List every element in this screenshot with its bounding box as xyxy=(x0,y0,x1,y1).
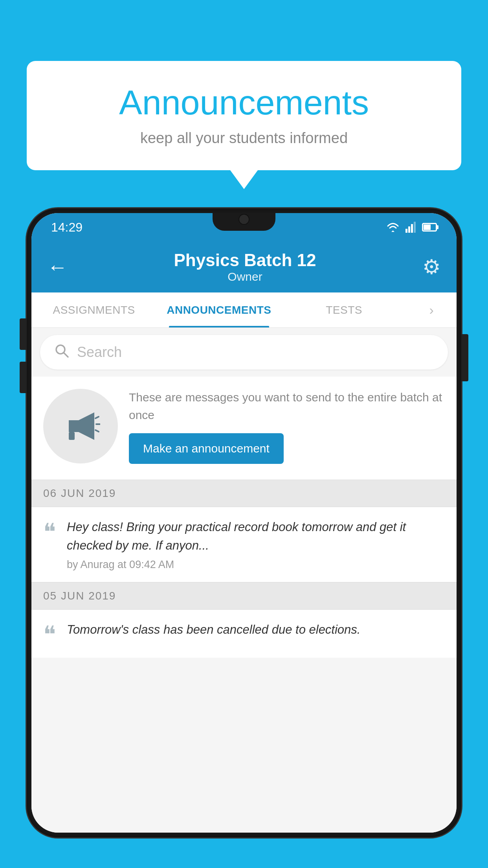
megaphone-icon xyxy=(61,406,100,446)
app-header: ← Physics Batch 12 Owner ⚙ xyxy=(31,241,457,292)
batch-title: Physics Batch 12 xyxy=(174,250,316,270)
tab-tests[interactable]: TESTS xyxy=(281,292,406,327)
battery-icon xyxy=(422,223,437,232)
status-time: 14:29 xyxy=(51,220,83,235)
search-icon xyxy=(54,343,69,362)
svg-rect-2 xyxy=(411,224,413,233)
header-center: Physics Batch 12 Owner xyxy=(174,250,316,283)
volume-down-button[interactable] xyxy=(20,362,27,393)
wifi-icon xyxy=(386,222,400,233)
svg-rect-3 xyxy=(414,222,416,233)
signal-icon xyxy=(405,222,416,233)
hero-title: Announcements xyxy=(50,83,438,123)
settings-icon[interactable]: ⚙ xyxy=(422,255,441,279)
tab-announcements[interactable]: ANNOUNCEMENTS xyxy=(156,292,281,327)
search-placeholder: Search xyxy=(77,344,122,360)
power-button[interactable] xyxy=(461,334,468,381)
announcement-content-1: Hey class! Bring your practical record b… xyxy=(67,518,445,571)
date-separator-2: 05 JUN 2019 xyxy=(31,582,457,610)
svg-line-9 xyxy=(95,417,99,418)
search-bar[interactable]: Search xyxy=(40,335,448,370)
quote-icon-1: ❝ xyxy=(43,520,56,544)
svg-marker-6 xyxy=(69,420,79,432)
promo-card: These are messages you want to send to t… xyxy=(31,377,457,480)
status-icons xyxy=(386,222,437,233)
screen-content: Search xyxy=(31,328,457,833)
promo-content: These are messages you want to send to t… xyxy=(129,388,445,464)
announcement-meta-1: by Anurag at 09:42 AM xyxy=(67,559,445,571)
tab-assignments[interactable]: ASSIGNMENTS xyxy=(31,292,156,327)
phone-camera xyxy=(238,214,250,225)
svg-marker-7 xyxy=(79,412,94,440)
announcement-content-2: Tomorrow's class has been cancelled due … xyxy=(67,621,445,643)
promo-description: These are messages you want to send to t… xyxy=(129,388,445,424)
date-separator-1: 06 JUN 2019 xyxy=(31,480,457,507)
promo-icon-circle xyxy=(43,389,118,463)
svg-line-11 xyxy=(95,430,99,432)
make-announcement-button[interactable]: Make an announcement xyxy=(129,433,284,464)
announcement-item-2[interactable]: ❝ Tomorrow's class has been cancelled du… xyxy=(31,610,457,658)
announcement-text-1: Hey class! Bring your practical record b… xyxy=(67,518,445,555)
phone-frame: 14:29 xyxy=(27,208,461,837)
tabs-bar: ASSIGNMENTS ANNOUNCEMENTS TESTS › xyxy=(31,292,457,328)
volume-up-button[interactable] xyxy=(20,318,27,350)
speech-bubble: Announcements keep all your students inf… xyxy=(27,61,461,170)
svg-rect-1 xyxy=(408,226,410,233)
hero-subtitle: keep all your students informed xyxy=(50,130,438,147)
hero-section: Announcements keep all your students inf… xyxy=(27,61,461,170)
svg-line-5 xyxy=(64,353,68,357)
announcement-text-2: Tomorrow's class has been cancelled due … xyxy=(67,621,445,639)
quote-icon-2: ❝ xyxy=(43,623,56,647)
phone-container: 14:29 xyxy=(27,208,461,868)
svg-rect-0 xyxy=(405,229,407,233)
announcement-item-1[interactable]: ❝ Hey class! Bring your practical record… xyxy=(31,507,457,582)
back-button[interactable]: ← xyxy=(47,255,68,279)
user-role: Owner xyxy=(174,270,316,283)
svg-rect-8 xyxy=(69,432,75,440)
tab-more[interactable]: › xyxy=(407,292,457,327)
phone-screen: 14:29 xyxy=(31,213,457,833)
